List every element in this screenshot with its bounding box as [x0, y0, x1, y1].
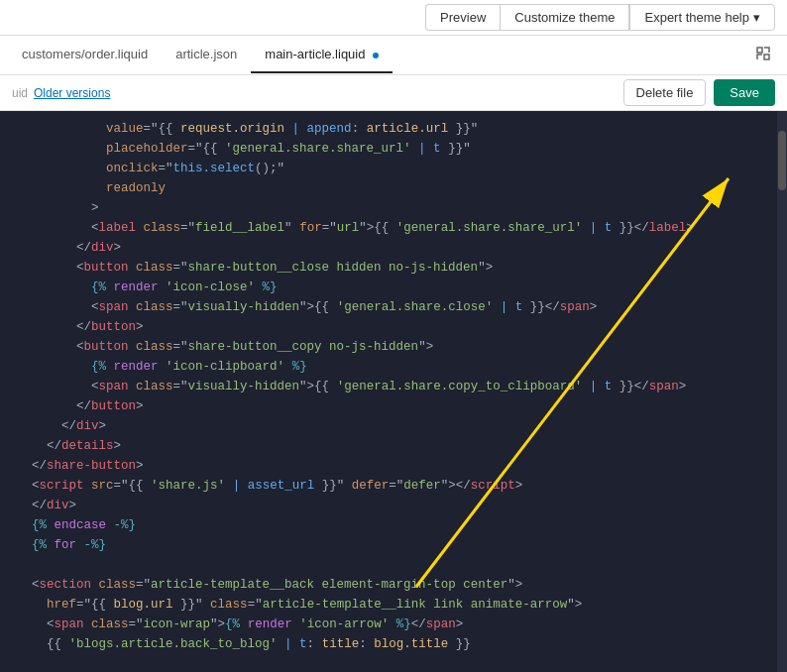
- customize-theme-button[interactable]: Customize theme: [500, 4, 629, 31]
- expand-icon[interactable]: [747, 40, 779, 70]
- code-line: {{ 'blogs.article.back_to_blog' | t: tit…: [0, 634, 777, 654]
- code-editor[interactable]: value="{{ request.origin | append: artic…: [0, 111, 777, 672]
- code-line: </button>: [0, 396, 777, 416]
- tab-bar: customers/order.liquid article.json main…: [0, 36, 787, 75]
- code-line: >: [0, 198, 777, 218]
- code-line: <button class="share-button__copy no-js-…: [0, 337, 777, 357]
- code-line: </button>: [0, 317, 777, 337]
- code-line: [0, 654, 777, 672]
- editor-toolbar: uid Older versions Delete file Save: [0, 75, 787, 111]
- code-line: </div>: [0, 416, 777, 436]
- code-line: </details>: [0, 436, 777, 456]
- editor-actions: Delete file Save: [623, 79, 775, 106]
- preview-button[interactable]: Preview: [425, 4, 500, 31]
- tab-article-json[interactable]: article.json: [162, 37, 251, 73]
- editor-area: value="{{ request.origin | append: artic…: [0, 111, 787, 672]
- code-line: [0, 555, 777, 575]
- svg-rect-0: [757, 48, 762, 53]
- scrollbar-thumb[interactable]: [778, 131, 786, 190]
- expert-label: Expert theme help: [644, 10, 749, 25]
- code-line: </div>: [0, 496, 777, 515]
- tab-customers-order[interactable]: customers/order.liquid: [8, 37, 162, 73]
- chevron-down-icon: ▾: [753, 10, 760, 25]
- code-line: value="{{ request.origin | append: artic…: [0, 119, 777, 139]
- unsaved-indicator: [373, 53, 379, 58]
- breadcrumb-text: uid: [12, 86, 28, 100]
- code-line: onclick="this.select();": [0, 159, 777, 178]
- code-line: placeholder="{{ 'general.share.share_url…: [0, 139, 777, 159]
- code-line: <button class="share-button__close hidde…: [0, 258, 777, 278]
- code-line: {% render 'icon-clipboard' %}: [0, 357, 777, 377]
- code-line: readonly: [0, 178, 777, 198]
- breadcrumb: uid Older versions: [12, 86, 110, 100]
- code-line: {% for -%}: [0, 535, 777, 555]
- code-line: <section class="article-template__back e…: [0, 575, 777, 595]
- code-line: {% render 'icon-close' %}: [0, 278, 777, 297]
- svg-rect-1: [764, 55, 769, 59]
- code-line: {% endcase -%}: [0, 515, 777, 535]
- tab-main-article[interactable]: main-article.liquid: [251, 37, 393, 73]
- code-line: <script src="{{ 'share.js' | asset_url }…: [0, 476, 777, 496]
- save-button[interactable]: Save: [714, 79, 775, 106]
- scrollbar-track[interactable]: [777, 111, 787, 672]
- code-line: <span class="visually-hidden">{{ 'genera…: [0, 377, 777, 396]
- code-line: </div>: [0, 238, 777, 258]
- code-line: href="{{ blog.url }}" class="article-tem…: [0, 595, 777, 615]
- code-line: <span class="icon-wrap">{% render 'icon-…: [0, 615, 777, 634]
- delete-file-button[interactable]: Delete file: [623, 79, 707, 106]
- code-line: </share-button>: [0, 456, 777, 476]
- code-line: <span class="visually-hidden">{{ 'genera…: [0, 297, 777, 317]
- top-bar: Preview Customize theme Expert theme hel…: [0, 0, 787, 36]
- code-line: <label class="field__label" for="url">{{…: [0, 218, 777, 238]
- older-versions-link[interactable]: Older versions: [34, 86, 110, 100]
- expert-theme-help-button[interactable]: Expert theme help ▾: [629, 4, 775, 31]
